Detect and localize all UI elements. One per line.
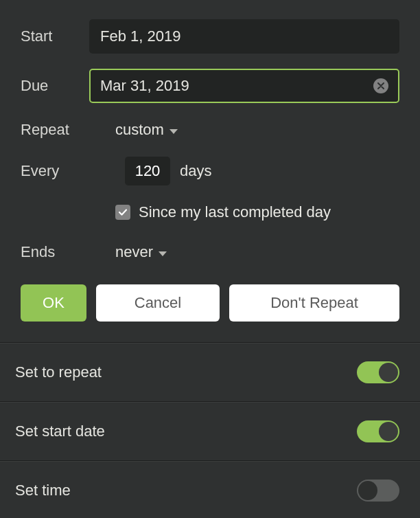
- interval-input[interactable]: 120: [125, 157, 170, 185]
- start-row: Start Feb 1, 2019: [21, 19, 399, 54]
- form-section: Start Feb 1, 2019 Due Mar 31, 2019 Repea…: [0, 0, 420, 342]
- start-date-input[interactable]: Feb 1, 2019: [89, 19, 399, 54]
- every-label: Every: [21, 162, 89, 180]
- set-to-repeat-toggle[interactable]: [357, 361, 399, 383]
- repeat-row: Repeat custom: [21, 118, 399, 142]
- ends-value: never: [115, 243, 153, 261]
- ends-dropdown[interactable]: never: [115, 240, 167, 264]
- set-time-row: Set time: [0, 462, 420, 518]
- since-last-label: Since my last completed day: [139, 203, 331, 221]
- schedule-panel: Start Feb 1, 2019 Due Mar 31, 2019 Repea…: [0, 0, 420, 518]
- dont-repeat-button[interactable]: Don't Repeat: [229, 284, 399, 322]
- ends-label: Ends: [21, 243, 115, 261]
- ok-button[interactable]: OK: [21, 284, 86, 322]
- interval-unit: days: [180, 162, 211, 180]
- set-time-toggle[interactable]: [357, 480, 399, 502]
- due-label: Due: [21, 77, 89, 95]
- toggle-knob: [379, 363, 398, 382]
- toggle-knob: [379, 422, 398, 441]
- every-row: Every 120 days: [21, 157, 399, 185]
- repeat-mode-value: custom: [115, 121, 164, 139]
- cancel-button[interactable]: Cancel: [96, 284, 220, 322]
- start-date-value: Feb 1, 2019: [100, 27, 180, 45]
- repeat-dropdown[interactable]: custom: [115, 118, 178, 142]
- set-start-date-toggle[interactable]: [357, 420, 399, 442]
- chevron-down-icon: [170, 129, 178, 134]
- button-row: OK Cancel Don't Repeat: [21, 284, 399, 322]
- toggle-knob: [358, 481, 377, 500]
- due-date-value: Mar 31, 2019: [100, 77, 189, 95]
- since-last-checkbox[interactable]: [115, 205, 130, 220]
- set-time-label: Set time: [15, 482, 71, 499]
- set-to-repeat-label: Set to repeat: [15, 363, 102, 381]
- due-row: Due Mar 31, 2019: [21, 69, 399, 103]
- ends-row: Ends never: [21, 240, 399, 264]
- start-label: Start: [21, 27, 89, 45]
- clear-due-icon[interactable]: [373, 78, 388, 93]
- repeat-label: Repeat: [21, 121, 89, 139]
- due-date-input[interactable]: Mar 31, 2019: [89, 69, 399, 103]
- set-start-date-label: Set start date: [15, 423, 105, 440]
- since-last-row: Since my last completed day: [115, 203, 399, 221]
- chevron-down-icon: [159, 251, 167, 256]
- set-start-date-row: Set start date: [0, 403, 420, 460]
- set-to-repeat-row: Set to repeat: [0, 344, 420, 401]
